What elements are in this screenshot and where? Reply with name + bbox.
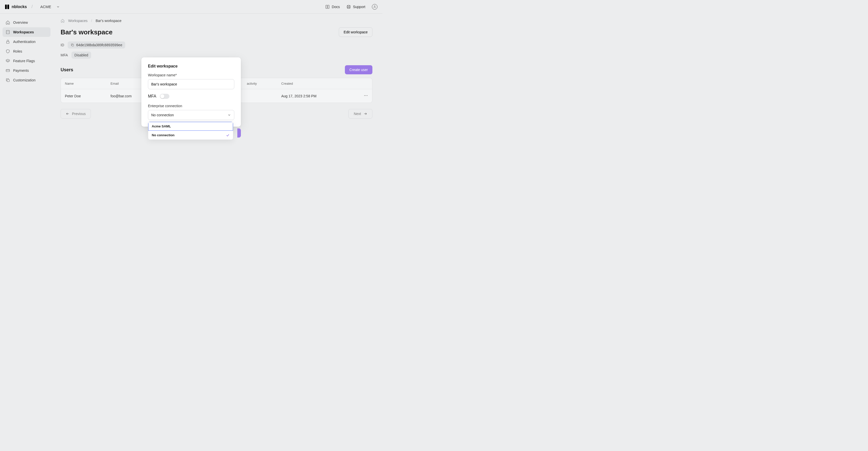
brand[interactable]: nblocks — [5, 4, 27, 9]
svg-point-6 — [374, 5, 375, 7]
page-title: Bar's workspace — [61, 28, 113, 36]
mfa-toggle[interactable] — [160, 94, 169, 99]
sidebar-item-label: Overview — [13, 21, 28, 25]
brand-name: nblocks — [11, 4, 27, 9]
prev-label: Previous — [72, 112, 86, 116]
support-label: Support — [353, 5, 365, 9]
id-value: 64de198bda389fc8893599ee — [76, 43, 122, 47]
crumb-root[interactable]: Workspaces — [68, 19, 88, 23]
arrow-right-icon — [364, 112, 367, 115]
workspace-name-label: Workspace name* — [148, 73, 234, 77]
cell-name: Peter Doe — [61, 89, 106, 103]
sidebar-item-label: Payments — [13, 68, 29, 73]
sidebar-item-feature-flags[interactable]: Feature Flags — [2, 56, 51, 66]
cell-activity — [243, 89, 277, 103]
docs-label: Docs — [332, 5, 340, 9]
enterprise-connection-label: Enterprise connection — [148, 104, 234, 108]
divider: / — [31, 4, 33, 9]
svg-marker-13 — [6, 59, 10, 61]
svg-point-20 — [367, 95, 367, 96]
layers-icon — [5, 59, 10, 63]
sidebar-item-authentication[interactable]: Authentication — [2, 37, 51, 47]
next-button[interactable]: Next — [348, 109, 372, 118]
building-icon — [5, 30, 10, 34]
dropdown-option-acme-saml[interactable]: Acme SAML — [148, 122, 233, 131]
sidebar-item-overview[interactable]: Overview — [2, 18, 51, 27]
breadcrumb: Workspaces / Bar's workspace — [61, 19, 372, 23]
org-selector[interactable]: ACME — [37, 3, 63, 10]
shield-icon — [5, 49, 10, 54]
user-icon — [373, 5, 376, 8]
connection-dropdown: Acme SAML No connection — [148, 121, 233, 140]
col-created: Created — [277, 78, 360, 89]
enterprise-connection-select[interactable]: No connection — [148, 110, 234, 120]
svg-point-18 — [364, 95, 365, 96]
workspace-name-input[interactable] — [148, 79, 234, 89]
sidebar-item-payments[interactable]: Payments — [2, 66, 51, 75]
lifebuoy-icon — [346, 4, 351, 9]
id-chip[interactable]: 64de198bda389fc8893599ee — [68, 41, 125, 49]
svg-rect-14 — [6, 69, 9, 72]
crumb-sep: / — [91, 19, 92, 23]
svg-point-1 — [348, 6, 349, 7]
svg-point-19 — [366, 95, 366, 96]
sidebar-item-label: Feature Flags — [13, 59, 35, 63]
sidebar-item-label: Roles — [13, 49, 22, 53]
sidebar-item-label: Workspaces — [13, 30, 34, 34]
modal-title: Edit workspace — [148, 64, 234, 68]
previous-button[interactable]: Previous — [61, 109, 91, 118]
option-label: Acme SAML — [152, 124, 171, 128]
svg-rect-7 — [6, 30, 9, 34]
app-header: nblocks / ACME Docs Support — [0, 0, 382, 13]
col-activity: activity — [243, 78, 277, 89]
create-user-button[interactable]: Create user — [345, 65, 372, 74]
crumb-current: Bar's workspace — [96, 19, 121, 23]
id-label: ID — [61, 43, 64, 47]
chevron-down-icon — [227, 113, 231, 117]
org-name: ACME — [40, 4, 51, 9]
mfa-label: MFA — [61, 53, 68, 57]
option-label: No connection — [152, 133, 175, 137]
home-icon — [5, 20, 10, 25]
col-name: Name — [61, 78, 106, 89]
modal-mfa-label: MFA — [148, 94, 156, 98]
selected-connection: No connection — [151, 113, 174, 117]
sidebar-item-workspaces[interactable]: Workspaces — [2, 27, 51, 37]
card-icon — [5, 68, 10, 73]
users-heading: Users — [61, 67, 73, 73]
edit-workspace-button[interactable]: Edit workspace — [339, 27, 372, 37]
mfa-chip: Disabled — [71, 52, 91, 59]
lock-icon — [5, 39, 10, 44]
dropdown-option-no-connection[interactable]: No connection — [148, 131, 233, 140]
support-link[interactable]: Support — [346, 4, 365, 9]
sidebar-item-customization[interactable]: Customization — [2, 75, 51, 85]
copy-icon — [71, 43, 74, 47]
svg-rect-12 — [6, 41, 9, 44]
chevron-down-icon — [56, 5, 60, 8]
sidebar-item-roles[interactable]: Roles — [2, 47, 51, 56]
sidebar: Overview Workspaces Authentication Roles… — [0, 13, 53, 89]
check-icon — [226, 134, 229, 137]
home-icon — [61, 19, 65, 23]
user-avatar[interactable] — [372, 4, 377, 9]
submit-button-edge[interactable] — [237, 129, 241, 138]
cell-created: Aug 17, 2023 2:58 PM — [277, 89, 360, 103]
copy-icon — [5, 78, 10, 82]
sidebar-item-label: Customization — [13, 78, 36, 82]
row-actions-button[interactable] — [360, 89, 372, 103]
docs-link[interactable]: Docs — [325, 4, 340, 9]
more-horizontal-icon — [364, 93, 368, 98]
logo-icon — [5, 4, 9, 9]
arrow-left-icon — [66, 112, 69, 115]
edit-workspace-modal: Edit workspace Workspace name* MFA Enter… — [142, 57, 241, 126]
mfa-value: Disabled — [74, 53, 88, 57]
svg-rect-17 — [72, 45, 74, 46]
next-label: Next — [354, 112, 361, 116]
svg-rect-16 — [7, 79, 9, 82]
book-icon — [325, 4, 330, 9]
sidebar-item-label: Authentication — [13, 40, 36, 44]
